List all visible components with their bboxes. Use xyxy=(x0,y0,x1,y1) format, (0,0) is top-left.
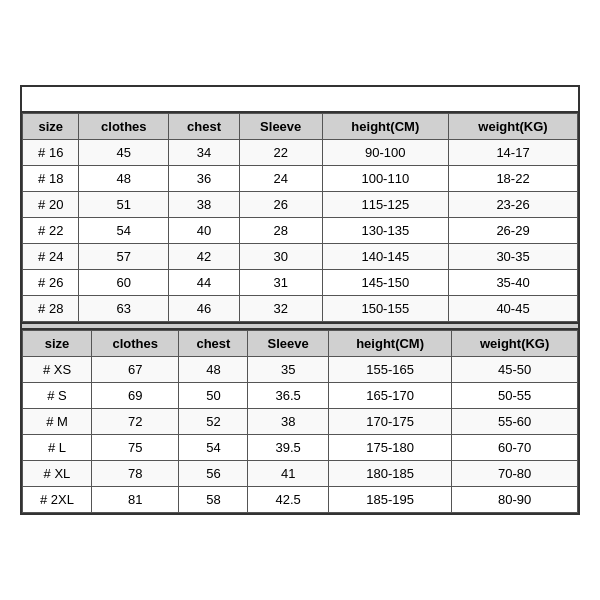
table-cell: 24 xyxy=(239,166,322,192)
table-cell: 36 xyxy=(169,166,240,192)
table-cell: 39.5 xyxy=(248,435,329,461)
table-cell: # 20 xyxy=(23,192,79,218)
table-cell: 26 xyxy=(239,192,322,218)
table-cell: 45-50 xyxy=(452,357,578,383)
table-cell: 155-165 xyxy=(328,357,451,383)
table-cell: 69 xyxy=(91,383,178,409)
table-row: # 24574230140-14530-35 xyxy=(23,244,578,270)
table-cell: 51 xyxy=(79,192,169,218)
table-cell: 38 xyxy=(248,409,329,435)
table-cell: 165-170 xyxy=(328,383,451,409)
table-cell: 50 xyxy=(179,383,248,409)
table-cell: 115-125 xyxy=(322,192,449,218)
table-cell: 28 xyxy=(239,218,322,244)
table-2-header-cell: size xyxy=(23,331,92,357)
table-cell: # 28 xyxy=(23,296,79,322)
table-cell: # 24 xyxy=(23,244,79,270)
table-cell: # 26 xyxy=(23,270,79,296)
table-2-header-cell: clothes xyxy=(91,331,178,357)
table-cell: 50-55 xyxy=(452,383,578,409)
table-cell: 52 xyxy=(179,409,248,435)
table-row: # 2XL815842.5185-19580-90 xyxy=(23,487,578,513)
table-row: # XS674835155-16545-50 xyxy=(23,357,578,383)
table-1-header-cell: size xyxy=(23,114,79,140)
table-row: # S695036.5165-17050-55 xyxy=(23,383,578,409)
table-2-header-cell: chest xyxy=(179,331,248,357)
table-cell: 30-35 xyxy=(449,244,578,270)
table-cell: 36.5 xyxy=(248,383,329,409)
table-cell: 100-110 xyxy=(322,166,449,192)
table-cell: 145-150 xyxy=(322,270,449,296)
table-cell: 60-70 xyxy=(452,435,578,461)
table-row: # 22544028130-13526-29 xyxy=(23,218,578,244)
table-cell: # 22 xyxy=(23,218,79,244)
table-2: sizeclotheschestSleeveheight(CM)weight(K… xyxy=(22,330,578,513)
table-cell: 30 xyxy=(239,244,322,270)
table-row: # 26604431145-15035-40 xyxy=(23,270,578,296)
table-1-header-cell: Sleeve xyxy=(239,114,322,140)
table-cell: 44 xyxy=(169,270,240,296)
table-1-header-cell: clothes xyxy=(79,114,169,140)
section-divider xyxy=(22,322,578,330)
table-cell: 70-80 xyxy=(452,461,578,487)
table-cell: 22 xyxy=(239,140,322,166)
table-cell: 175-180 xyxy=(328,435,451,461)
table-cell: 41 xyxy=(248,461,329,487)
table-cell: # S xyxy=(23,383,92,409)
table-cell: 46 xyxy=(169,296,240,322)
table-cell: 140-145 xyxy=(322,244,449,270)
table-cell: 38 xyxy=(169,192,240,218)
table-1-header-cell: weight(KG) xyxy=(449,114,578,140)
table-cell: # XL xyxy=(23,461,92,487)
table-cell: 54 xyxy=(79,218,169,244)
table-cell: # 18 xyxy=(23,166,79,192)
table-cell: 130-135 xyxy=(322,218,449,244)
table-cell: 31 xyxy=(239,270,322,296)
table-cell: 54 xyxy=(179,435,248,461)
size-chart-container: sizeclotheschestSleeveheight(CM)weight(K… xyxy=(20,85,580,515)
table-cell: 48 xyxy=(179,357,248,383)
table-cell: # 2XL xyxy=(23,487,92,513)
table-cell: 60 xyxy=(79,270,169,296)
table-cell: 58 xyxy=(179,487,248,513)
table-cell: 75 xyxy=(91,435,178,461)
table-cell: 57 xyxy=(79,244,169,270)
table-cell: 56 xyxy=(179,461,248,487)
table-cell: 40-45 xyxy=(449,296,578,322)
table-row: # 20513826115-12523-26 xyxy=(23,192,578,218)
table-cell: 78 xyxy=(91,461,178,487)
table-cell: 170-175 xyxy=(328,409,451,435)
table-cell: 34 xyxy=(169,140,240,166)
table-cell: 26-29 xyxy=(449,218,578,244)
table-cell: 18-22 xyxy=(449,166,578,192)
table-cell: 35-40 xyxy=(449,270,578,296)
table-1: sizeclotheschestSleeveheight(CM)weight(K… xyxy=(22,113,578,322)
table-cell: 72 xyxy=(91,409,178,435)
table-cell: 45 xyxy=(79,140,169,166)
table-2-header-cell: weight(KG) xyxy=(452,331,578,357)
table-row: # XL785641180-18570-80 xyxy=(23,461,578,487)
table-cell: 63 xyxy=(79,296,169,322)
table-cell: 14-17 xyxy=(449,140,578,166)
table-2-header-row: sizeclotheschestSleeveheight(CM)weight(K… xyxy=(23,331,578,357)
table-cell: 185-195 xyxy=(328,487,451,513)
table-cell: 80-90 xyxy=(452,487,578,513)
table-cell: 150-155 xyxy=(322,296,449,322)
table-cell: 81 xyxy=(91,487,178,513)
table-cell: 40 xyxy=(169,218,240,244)
table-cell: 55-60 xyxy=(452,409,578,435)
table-1-header-cell: height(CM) xyxy=(322,114,449,140)
table-cell: 180-185 xyxy=(328,461,451,487)
table-2-header-cell: height(CM) xyxy=(328,331,451,357)
table-2-header-cell: Sleeve xyxy=(248,331,329,357)
table-cell: 35 xyxy=(248,357,329,383)
table-row: # L755439.5175-18060-70 xyxy=(23,435,578,461)
table-cell: 90-100 xyxy=(322,140,449,166)
table-1-header-row: sizeclotheschestSleeveheight(CM)weight(K… xyxy=(23,114,578,140)
chart-title xyxy=(22,87,578,113)
table-row: # M725238170-17555-60 xyxy=(23,409,578,435)
table-cell: # 16 xyxy=(23,140,79,166)
table-1-header-cell: chest xyxy=(169,114,240,140)
table-cell: 48 xyxy=(79,166,169,192)
table-cell: 67 xyxy=(91,357,178,383)
